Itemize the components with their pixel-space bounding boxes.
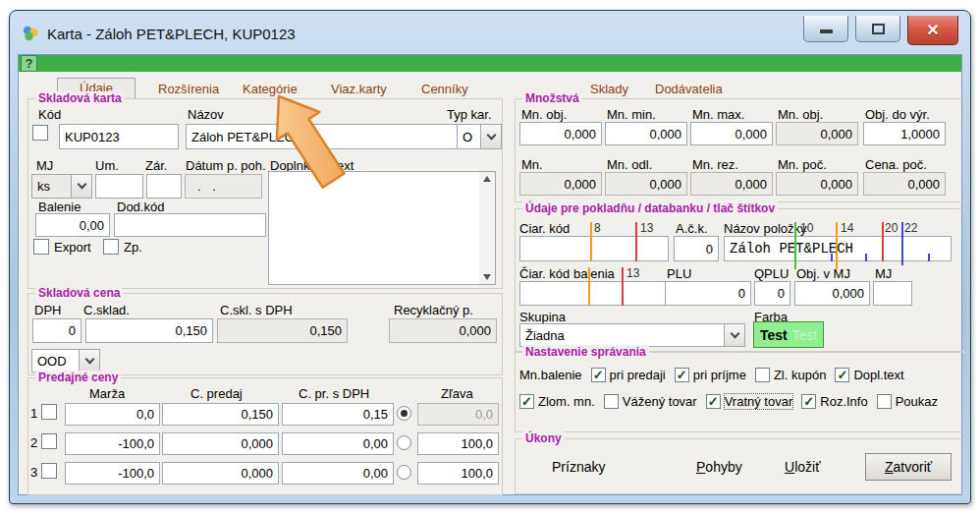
tab-dodavatelia[interactable]: Dodávatelia [655, 82, 723, 96]
dropdown-icon[interactable] [80, 349, 100, 372]
price-row-checkbox[interactable] [41, 404, 57, 420]
checkbox-pair[interactable]: Zl. kupón [755, 368, 826, 382]
marker-tick-blue [865, 254, 867, 261]
dopl-text-checkbox[interactable]: ✓ [835, 368, 849, 382]
balenie-input[interactable]: 0,00 [35, 213, 110, 237]
help-button[interactable]: ? [21, 55, 37, 72]
plu-input[interactable]: 0 [665, 281, 751, 306]
price-row-radio[interactable] [397, 435, 411, 450]
zp-checkbox[interactable] [103, 239, 119, 255]
csklad-input[interactable]: 0,150 [85, 318, 213, 343]
dodkod-input[interactable] [114, 213, 266, 237]
kod-input[interactable]: KUP0123 [59, 124, 179, 149]
checkbox-pair[interactable]: ✓ Dopl.text [835, 368, 903, 382]
maximize-button[interactable] [855, 16, 900, 42]
zl-kupon-checkbox[interactable] [755, 368, 770, 382]
checkbox-pair[interactable]: ✓ pri príjme [675, 368, 746, 382]
mj-input[interactable] [873, 281, 912, 306]
pohyby-button[interactable]: Pohyby [696, 459, 742, 475]
vazeny-tovar-checkbox[interactable] [604, 394, 619, 409]
tab-rozsirenia[interactable]: Rozšírenia [158, 82, 219, 96]
pri-prijme-checkbox[interactable]: ✓ [675, 368, 689, 382]
nazov-input[interactable]: Záloh PET&PLECH [186, 124, 463, 149]
zlava-input[interactable]: 100,0 [417, 432, 499, 455]
price-row-checkbox[interactable] [41, 433, 57, 449]
zar-input[interactable] [146, 174, 182, 199]
cpredaj-input[interactable]: 0,150 [162, 403, 279, 426]
group-title: Údaje pre pokladňu / databanku / tlač št… [522, 201, 778, 215]
dph-label: DPH [34, 303, 61, 317]
mn-obj-input[interactable]: 0,000 [519, 122, 602, 145]
export-checkbox[interactable] [33, 239, 49, 255]
scrollbar[interactable] [479, 172, 495, 284]
dropdown-icon[interactable] [481, 124, 502, 149]
tab-cenniky[interactable]: Cenníky [421, 82, 468, 96]
mn-min-input[interactable]: 0,000 [605, 122, 687, 145]
minimize-button[interactable] [803, 16, 848, 42]
marza-input[interactable]: -100,0 [65, 432, 160, 455]
price-row-checkbox[interactable] [41, 463, 57, 479]
ciar-kod-balenia-input[interactable] [519, 281, 669, 306]
farba-button[interactable]: Test Test [753, 321, 824, 348]
tab-sklady[interactable]: Sklady [590, 82, 628, 96]
pri-predaji-checkbox[interactable]: ✓ [591, 368, 606, 382]
marker-line-red [635, 222, 637, 261]
doplnkovy-text-area[interactable] [268, 171, 496, 285]
checkbox-pair[interactable]: ✓ Roz.Info [801, 394, 867, 409]
mj-label: MJ [875, 266, 892, 281]
checkbox-pair[interactable]: Poukaz [877, 394, 938, 409]
roz-info-checkbox[interactable]: ✓ [801, 394, 816, 409]
nazov-polozky-input[interactable]: Záloh PET&PLECH [724, 236, 952, 261]
marker-10-label: 10 [800, 221, 813, 235]
cprsdph-input[interactable]: 0,00 [282, 432, 394, 455]
mj-combo[interactable]: ks [31, 174, 92, 199]
datum-input[interactable]: . . [185, 174, 262, 199]
poukaz-checkbox[interactable] [877, 394, 892, 409]
um-input[interactable] [95, 174, 143, 199]
ood-combo[interactable]: OOD [31, 349, 100, 372]
checkbox-pair[interactable]: Vážený tovar [604, 394, 697, 409]
title-bar[interactable]: Karta - Záloh PET&PLECH, KUP0123 ✕ [10, 11, 970, 54]
qty-label: Mn. obj. [521, 107, 567, 122]
ack-input[interactable]: 0 [674, 236, 719, 261]
qplu-input[interactable]: 0 [754, 281, 790, 306]
cpredaj-input[interactable]: 0,000 [162, 462, 279, 485]
zlava-input[interactable]: 100,0 [417, 462, 499, 485]
cpredaj-input[interactable]: 0,000 [162, 432, 279, 455]
zlom-mn-checkbox[interactable]: ✓ [519, 394, 534, 409]
cprsdph-input[interactable]: 0,15 [282, 403, 394, 426]
close-button[interactable]: ✕ [907, 16, 958, 45]
cprsdph-input[interactable]: 0,00 [282, 462, 394, 485]
marza-input[interactable]: 0,0 [65, 403, 160, 426]
farba-sample-text: Test [792, 327, 818, 343]
vratny-tovar-checkbox[interactable]: ✓ [706, 394, 721, 409]
price-row-radio[interactable] [397, 465, 411, 480]
obj-v-mj-label: Obj. v MJ [796, 266, 850, 281]
obj-do-vyr-input[interactable]: 1,0000 [863, 122, 946, 145]
dropdown-icon[interactable] [72, 174, 92, 199]
dph-input[interactable]: 0 [32, 318, 82, 343]
checkbox-pair[interactable]: ✓ Zlom. mn. [519, 394, 595, 409]
kod-checkbox[interactable] [32, 125, 48, 141]
priznaky-button[interactable]: Príznaky [552, 459, 605, 475]
dropdown-icon[interactable] [725, 323, 745, 347]
tab-viaz-karty[interactable]: Viaz.karty [331, 82, 387, 96]
group-ukony: Úkony Príznaky Pohyby Uložiť Zatvoriť [515, 438, 968, 494]
skupina-combo[interactable]: Žiadna [519, 323, 745, 347]
checkbox-label: Dopl.text [853, 368, 903, 382]
mn-max-input[interactable]: 0,000 [690, 122, 773, 145]
checkbox-pair[interactable]: ✓ Vratný tovar [706, 394, 793, 409]
obj-v-mj-input[interactable]: 0,000 [794, 281, 870, 306]
tab-kategorie[interactable]: Kategórie [243, 82, 298, 96]
scroll-up-icon[interactable] [483, 176, 491, 182]
zatvorit-button[interactable]: Zatvoriť [865, 453, 952, 481]
ulozit-button[interactable]: Uložiť [785, 459, 820, 475]
marza-input[interactable]: -100,0 [65, 462, 160, 485]
checkbox-label: Vratný tovar [725, 394, 793, 409]
typ-kar-combo[interactable]: O [457, 124, 502, 149]
price-row-radio[interactable] [397, 406, 411, 421]
ciar-kod-input[interactable] [519, 236, 669, 261]
checkbox-pair[interactable]: ✓ pri predaji [591, 368, 666, 382]
marza-header: Marža [89, 386, 125, 401]
scroll-down-icon[interactable] [483, 274, 491, 280]
